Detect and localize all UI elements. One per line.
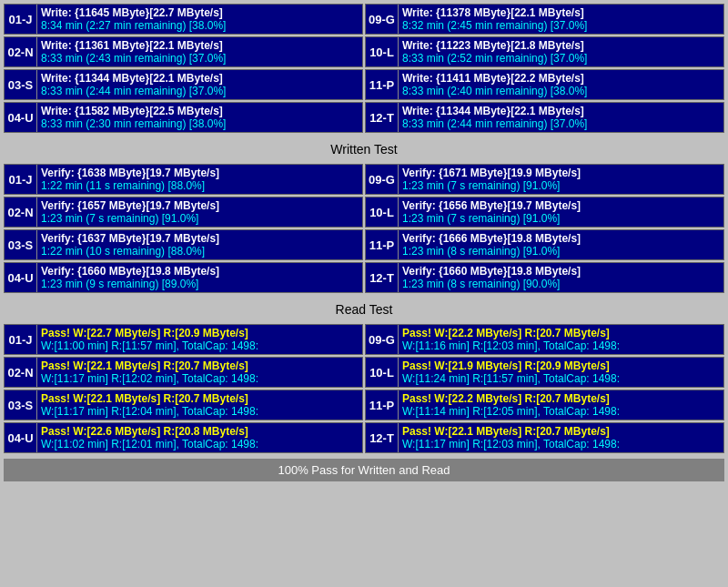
row-line1: Write: {11361 MByte}[22.1 MByte/s] xyxy=(41,39,359,52)
row-id: 10-L xyxy=(366,358,399,387)
row-info: Write: {11223 MByte}[21.8 MByte/s] 8:33 … xyxy=(399,37,723,66)
row-line2: 1:23 min (7 s remaining) [91.0%] xyxy=(402,212,720,225)
row-line1: Write: {11411 MByte}[22.2 MByte/s] xyxy=(402,72,720,85)
row-line2: W:[11:17 min] R:[12:02 min], TotalCap: 1… xyxy=(41,372,359,385)
row-line1: Pass! W:[22.2 MByte/s] R:[20.7 MByte/s] xyxy=(402,327,720,339)
row-line1: Pass! W:[22.2 MByte/s] R:[20.7 MByte/s] xyxy=(402,392,720,405)
row-line1: Verify: {1637 MByte}[19.7 MByte/s] xyxy=(41,232,359,245)
row-line2: 8:34 min (2:27 min remaining) [38.0%] xyxy=(41,19,359,32)
table-row: 02-N Pass! W:[22.1 MByte/s] R:[20.7 MByt… xyxy=(4,357,363,388)
row-info: Pass! W:[22.6 MByte/s] R:[20.8 MByte/s] … xyxy=(37,423,362,452)
table-row: 10-L Write: {11223 MByte}[21.8 MByte/s] … xyxy=(365,36,724,67)
row-line2: W:[11:14 min] R:[12:05 min], TotalCap: 1… xyxy=(402,405,720,418)
table-row: 04-U Write: {11582 MByte}[22.5 MByte/s] … xyxy=(4,102,363,133)
row-line2: 8:32 min (2:45 min remaining) [37.0%] xyxy=(402,19,720,32)
row-info: Verify: {1657 MByte}[19.7 MByte/s] 1:23 … xyxy=(37,197,362,227)
row-id: 04-U xyxy=(5,263,37,292)
read-test-header: Read Test xyxy=(4,299,724,320)
write-right-col: 09-G Write: {11378 MByte}[22.1 MByte/s] … xyxy=(365,4,724,135)
table-row: 10-L Pass! W:[21.9 MByte/s] R:[20.9 MByt… xyxy=(365,357,724,388)
row-info: Write: {11344 MByte}[22.1 MByte/s] 8:33 … xyxy=(37,70,362,99)
row-line2: W:[11:16 min] R:[12:03 min], TotalCap: 1… xyxy=(402,339,720,352)
row-id: 09-G xyxy=(366,165,399,194)
row-line1: Verify: {1666 MByte}[19.8 MByte/s] xyxy=(402,232,720,245)
row-info: Verify: {1637 MByte}[19.7 MByte/s] 1:22 … xyxy=(37,230,362,259)
row-line2: W:[11:02 min] R:[12:01 min], TotalCap: 1… xyxy=(41,438,359,450)
row-line1: Verify: {1660 MByte}[19.8 MByte/s] xyxy=(402,265,720,278)
row-info: Pass! W:[22.7 MByte/s] R:[20.9 MByte/s] … xyxy=(37,325,362,354)
row-id: 04-U xyxy=(5,423,37,452)
table-row: 12-T Verify: {1660 MByte}[19.8 MByte/s] … xyxy=(365,262,724,293)
row-line1: Write: {11378 MByte}[22.1 MByte/s] xyxy=(402,6,720,19)
row-line1: Write: {11344 MByte}[22.1 MByte/s] xyxy=(41,72,359,85)
row-info: Pass! W:[21.9 MByte/s] R:[20.9 MByte/s] … xyxy=(399,358,723,387)
row-line2: 8:33 min (2:44 min remaining) [37.0%] xyxy=(41,85,359,97)
row-line1: Pass! W:[21.9 MByte/s] R:[20.9 MByte/s] xyxy=(402,359,720,372)
row-id: 04-U xyxy=(5,103,37,132)
table-row: 03-S Write: {11344 MByte}[22.1 MByte/s] … xyxy=(4,69,363,100)
read-test-grid: 01-J Pass! W:[22.7 MByte/s] R:[20.9 MByt… xyxy=(4,324,724,455)
row-info: Verify: {1660 MByte}[19.8 MByte/s] 1:23 … xyxy=(37,263,362,292)
row-id: 12-T xyxy=(366,423,399,452)
row-line1: Verify: {1656 MByte}[19.7 MByte/s] xyxy=(402,199,720,212)
table-row: 01-J Verify: {1638 MByte}[19.7 MByte/s] … xyxy=(4,164,363,195)
main-container: 01-J Write: {11645 MByte}[22.7 MByte/s] … xyxy=(0,0,728,485)
row-id: 03-S xyxy=(5,70,37,99)
row-line1: Verify: {1657 MByte}[19.7 MByte/s] xyxy=(41,199,359,212)
table-row: 11-P Write: {11411 MByte}[22.2 MByte/s] … xyxy=(365,69,724,100)
row-line1: Write: {11223 MByte}[21.8 MByte/s] xyxy=(402,39,720,52)
row-id: 11-P xyxy=(366,70,399,99)
row-line1: Pass! W:[22.6 MByte/s] R:[20.8 MByte/s] xyxy=(41,425,359,438)
row-info: Verify: {1660 MByte}[19.8 MByte/s] 1:23 … xyxy=(399,263,723,292)
table-row: 03-S Pass! W:[22.1 MByte/s] R:[20.7 MByt… xyxy=(4,390,363,420)
row-line2: W:[11:00 min] R:[11:57 min], TotalCap: 1… xyxy=(41,339,359,352)
row-id: 01-J xyxy=(5,165,37,194)
row-line2: 1:22 min (11 s remaining) [88.0%] xyxy=(41,179,359,192)
verify-left-col: 01-J Verify: {1638 MByte}[19.7 MByte/s] … xyxy=(4,164,363,295)
row-id: 03-S xyxy=(5,230,37,259)
row-info: Pass! W:[22.1 MByte/s] R:[20.7 MByte/s] … xyxy=(37,358,362,387)
row-info: Pass! W:[22.2 MByte/s] R:[20.7 MByte/s] … xyxy=(399,390,723,420)
row-id: 02-N xyxy=(5,37,37,66)
row-line2: 1:23 min (8 s remaining) [90.0%] xyxy=(402,278,720,290)
row-line1: Pass! W:[22.1 MByte/s] R:[20.7 MByte/s] xyxy=(402,425,720,438)
row-info: Write: {11582 MByte}[22.5 MByte/s] 8:33 … xyxy=(37,103,362,132)
row-info: Pass! W:[22.1 MByte/s] R:[20.7 MByte/s] … xyxy=(399,423,723,452)
write-test-section: 01-J Write: {11645 MByte}[22.7 MByte/s] … xyxy=(4,4,724,135)
row-line1: Pass! W:[22.1 MByte/s] R:[20.7 MByte/s] xyxy=(41,359,359,372)
row-line1: Pass! W:[22.7 MByte/s] R:[20.9 MByte/s] xyxy=(41,327,359,339)
table-row: 02-N Verify: {1657 MByte}[19.7 MByte/s] … xyxy=(4,197,363,228)
row-line2: 8:33 min (2:40 min remaining) [38.0%] xyxy=(402,85,720,97)
row-info: Pass! W:[22.1 MByte/s] R:[20.7 MByte/s] … xyxy=(37,390,362,420)
row-line2: 8:33 min (2:44 min remaining) [37.0%] xyxy=(402,117,720,130)
row-line2: 1:22 min (10 s remaining) [88.0%] xyxy=(41,245,359,258)
table-row: 04-U Verify: {1660 MByte}[19.8 MByte/s] … xyxy=(4,262,363,293)
row-line1: Write: {11645 MByte}[22.7 MByte/s] xyxy=(41,6,359,19)
table-row: 12-T Write: {11344 MByte}[22.1 MByte/s] … xyxy=(365,102,724,133)
row-line1: Verify: {1671 MByte}[19.9 MByte/s] xyxy=(402,167,720,179)
table-row: 09-G Verify: {1671 MByte}[19.9 MByte/s] … xyxy=(365,164,724,195)
row-id: 02-N xyxy=(5,358,37,387)
row-line1: Pass! W:[22.1 MByte/s] R:[20.7 MByte/s] xyxy=(41,392,359,405)
row-info: Write: {11361 MByte}[22.1 MByte/s] 8:33 … xyxy=(37,37,362,66)
write-test-grid: 01-J Write: {11645 MByte}[22.7 MByte/s] … xyxy=(4,4,724,135)
table-row: 12-T Pass! W:[22.1 MByte/s] R:[20.7 MByt… xyxy=(365,422,724,453)
row-id: 01-J xyxy=(5,325,37,354)
row-info: Verify: {1671 MByte}[19.9 MByte/s] 1:23 … xyxy=(399,165,723,194)
row-line1: Write: {11344 MByte}[22.1 MByte/s] xyxy=(402,105,720,117)
row-line2: 1:23 min (8 s remaining) [91.0%] xyxy=(402,245,720,258)
row-info: Write: {11645 MByte}[22.7 MByte/s] 8:34 … xyxy=(37,5,362,34)
table-row: 09-G Pass! W:[22.2 MByte/s] R:[20.7 MByt… xyxy=(365,324,724,355)
row-line1: Verify: {1660 MByte}[19.8 MByte/s] xyxy=(41,265,359,278)
row-line2: W:[11:24 min] R:[11:57 min], TotalCap: 1… xyxy=(402,372,720,385)
row-line2: W:[11:17 min] R:[12:03 min], TotalCap: 1… xyxy=(402,438,720,450)
row-info: Write: {11344 MByte}[22.1 MByte/s] 8:33 … xyxy=(399,103,723,132)
row-line2: 1:23 min (9 s remaining) [89.0%] xyxy=(41,278,359,290)
row-line1: Verify: {1638 MByte}[19.7 MByte/s] xyxy=(41,167,359,179)
row-line2: 8:33 min (2:43 min remaining) [37.0%] xyxy=(41,52,359,65)
write-left-col: 01-J Write: {11645 MByte}[22.7 MByte/s] … xyxy=(4,4,363,135)
read-left-col: 01-J Pass! W:[22.7 MByte/s] R:[20.9 MByt… xyxy=(4,324,363,455)
row-line2: 1:23 min (7 s remaining) [91.0%] xyxy=(402,179,720,192)
row-line2: 8:33 min (2:30 min remaining) [38.0%] xyxy=(41,117,359,130)
row-info: Verify: {1666 MByte}[19.8 MByte/s] 1:23 … xyxy=(399,230,723,259)
